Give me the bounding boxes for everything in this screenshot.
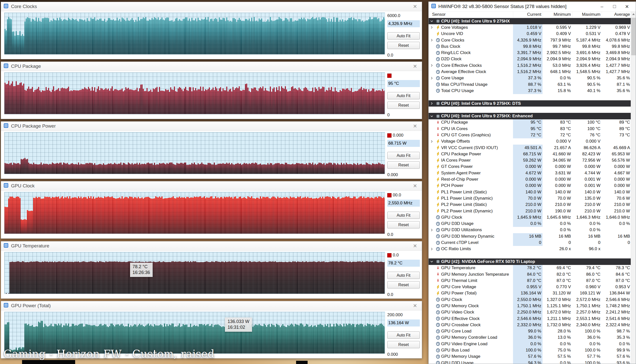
auto-fit-button[interactable]: Auto Fit	[387, 92, 420, 99]
sensor-row[interactable]: Uncore VID0.459 V0.409 V0.531 V0.478 V	[429, 31, 631, 37]
sensor-row[interactable]: VR VCC Current (SVID IOUT)49.501 A21.657…	[429, 145, 631, 151]
sensor-row[interactable]: GT Cores Power0.000 W0.000 W0.000 W0.000…	[429, 164, 631, 170]
reset-button[interactable]: Reset	[387, 341, 420, 348]
close-icon[interactable]: ✕	[411, 183, 419, 189]
sensor-row[interactable]: GPU Clock2,550.0 MHz1,327.0 MHz2,572.0 M…	[429, 296, 631, 303]
sensor-row[interactable]: Core Clocks4,326.9 MHz797.9 MHz5,187.4 M…	[429, 37, 631, 43]
sensor-scrollbar[interactable]	[631, 11, 636, 364]
auto-fit-button[interactable]: Auto Fit	[387, 272, 420, 279]
chevron-down-icon[interactable]	[429, 115, 435, 118]
sensor-row[interactable]: GPU D3D Utilizations0.0 %0.0 %	[429, 227, 631, 233]
sensor-row[interactable]: Core Voltages1.018 V0.595 V1.229 V0.969 …	[429, 24, 631, 31]
sensor-row[interactable]: GPU Video Engine Load0.0 %0.0 %0.0 %0.0 …	[429, 341, 631, 347]
sensor-row[interactable]: GPU Clock1,645.9 MHz1,645.6 MHz1,646.3 M…	[429, 214, 631, 220]
sensor-row[interactable]: GPU Power (Total)136.164 W31.120 W169.12…	[429, 290, 631, 296]
section-header-row[interactable]: CPU [#0]: Intel Core Ultra 9 275HX: Enha…	[429, 113, 631, 119]
minimize-icon[interactable]: –	[596, 4, 608, 10]
graph-window-titlebar[interactable]: Core Clocks ✕	[1, 2, 422, 11]
sensor-row[interactable]: Bus Clock99.8 MHz99.7 MHz99.8 MHz99.8 MH…	[429, 43, 631, 50]
sensor-row[interactable]: Total CPU Usage37.3 %15.8 %40.1 %35.6 %	[429, 88, 631, 94]
sensor-row[interactable]: CPU Package95 °C83 °C100 °C89 °C	[429, 119, 631, 126]
sensor-row[interactable]: GPU Video Clock2,250.0 MHz1,672.0 MHz2,2…	[429, 309, 631, 315]
sensor-row[interactable]: System Agent Power4.672 W3.631 W4.744 W4…	[429, 170, 631, 176]
close-icon[interactable]: ✕	[411, 4, 419, 10]
reset-button[interactable]: Reset	[387, 221, 420, 228]
reset-button[interactable]: Reset	[387, 281, 420, 288]
sensor-row[interactable]: PL1 Power Limit (Dynamic)70.0 W70.0 W135…	[429, 195, 631, 201]
reset-button[interactable]: Reset	[387, 161, 420, 169]
scroll-up-icon[interactable]	[631, 11, 636, 17]
column-header-minimum[interactable]: Minimum	[543, 11, 572, 18]
close-icon[interactable]: ✕	[621, 4, 633, 10]
sensor-row[interactable]: PL1 Power Limit (Static)140.0 W140.0 W14…	[429, 189, 631, 195]
sensor-row[interactable]: PCH Power0.000 W0.000 W0.001 W0.000 W	[429, 183, 631, 189]
sensor-row[interactable]: IA Cores Power59.262 W34.065 W72.956 W56…	[429, 157, 631, 164]
section-header-row[interactable]: CPU [#0]: Intel Core Ultra 9 275HX	[429, 18, 631, 24]
graph-window-titlebar[interactable]: CPU Package Power ✕	[1, 122, 422, 131]
sensor-row[interactable]: Current cTDP Level0000	[429, 239, 631, 246]
sensor-row[interactable]: GPU Thermal Limit87.0 °C87.0 °C87.0 °C87…	[429, 277, 631, 284]
graph-window-titlebar[interactable]: GPU Temperature ✕	[1, 241, 422, 251]
auto-fit-button[interactable]: Auto Fit	[387, 331, 420, 339]
sensor-row[interactable]: CPU IA Cores95 °C83 °C100 °C89 °C	[429, 126, 631, 132]
graph-window-titlebar[interactable]: GPU Power (Total) ✕	[1, 301, 422, 310]
sensor-row[interactable]: GPU Temperature78.2 °C69.4 °C79.4 °C78.3…	[429, 265, 631, 271]
sensor-row[interactable]: Average Effective Clock1,516.2 MHz648.1 …	[429, 69, 631, 75]
close-icon[interactable]: ✕	[411, 123, 419, 129]
chevron-right-icon[interactable]	[429, 39, 435, 42]
section-header-row[interactable]: GPU [#2]: NVIDIA GeForce RTX 5070 Ti Lap…	[429, 258, 631, 265]
graph-window-titlebar[interactable]: GPU Clock ✕	[1, 181, 422, 191]
chevron-right-icon[interactable]	[429, 228, 435, 232]
auto-fit-button[interactable]: Auto Fit	[387, 32, 420, 40]
sensor-row[interactable]: GPU Bus Load100.0 %75.0 %100.0 %99.9 %	[429, 347, 631, 353]
sensor-row[interactable]: GPU Memory Controller Load36.0 %13.0 %36…	[429, 334, 631, 341]
reset-button[interactable]: Reset	[387, 42, 420, 49]
sensor-row[interactable]: Core Usage37.3 %0.0 %90.5 %35.6 %	[429, 75, 631, 81]
sensor-row[interactable]: GPU Core Load99.0 %28.0 %100.0 %98.7 %	[429, 328, 631, 334]
auto-fit-button[interactable]: Auto Fit	[387, 152, 420, 159]
graph-plot[interactable]	[4, 13, 385, 55]
chevron-down-icon[interactable]	[429, 20, 435, 23]
graph-plot[interactable]: 136.033 W 16:31:02	[4, 312, 385, 354]
scrollbar-thumb[interactable]	[631, 18, 636, 55]
chevron-right-icon[interactable]	[429, 77, 435, 80]
sensor-window-titlebar[interactable]: HWiNFO® 32 v8.30-5800 Sensor Status [278…	[429, 2, 636, 12]
sensor-row[interactable]: Rest-of-Chip Power0.000 W0.000 W0.001 W0…	[429, 176, 631, 182]
sensor-row[interactable]: GPU Effective Clock2,546.6 MHz1,211.1 MH…	[429, 315, 631, 322]
graph-plot[interactable]	[4, 72, 385, 114]
sensor-row[interactable]: GPU Core Voltage0.955 V0.770 V0.960 V0.9…	[429, 284, 631, 290]
sensor-row[interactable]: GPU Memory Clock1,750.1 MHz1,125.1 MHz1,…	[429, 303, 631, 309]
close-icon[interactable]: ✕	[411, 243, 419, 249]
graph-window-titlebar[interactable]: CPU Package ✕	[1, 62, 422, 71]
sensor-row[interactable]: GPU D3D Memory Dynamic16 MB16 MB16 MB16 …	[429, 233, 631, 239]
close-icon[interactable]: ✕	[411, 303, 419, 309]
sensor-row[interactable]: OC Ratio Limits26.0 x96.0 x	[429, 246, 631, 252]
column-header-maximum[interactable]: Maximum	[572, 11, 602, 18]
maximize-icon[interactable]: □	[608, 4, 621, 10]
chevron-right-icon[interactable]	[429, 64, 435, 67]
sensor-row[interactable]: D2D Clock2,094.9 MHz2,094.9 MHz2,094.9 M…	[429, 56, 631, 62]
sensor-row[interactable]: Voltage Offsets0.000 V0.000 V	[429, 138, 631, 145]
sensor-row[interactable]: GPU Crossbar Clock2,332.0 MHz1,732.0 MHz…	[429, 322, 631, 328]
sensor-row[interactable]: Ring/LLC Clock3,391.7 MHz2,992.5 MHz3,69…	[429, 50, 631, 56]
auto-fit-button[interactable]: Auto Fit	[387, 212, 420, 219]
sensor-row[interactable]: GPU Memory Usage57.6 %57.5 %57.7 %57.6 %	[429, 353, 631, 360]
section-header-row[interactable]: CPU [#0]: Intel Core Ultra 9 275HX: DTS	[429, 100, 631, 107]
sensor-row[interactable]: GPU Memory Junction Temperature84.0 °C82…	[429, 271, 631, 277]
sensor-row[interactable]: CPU Package Power68.715 W41.660 W82.423 …	[429, 151, 631, 157]
chevron-right-icon[interactable]	[429, 26, 435, 29]
sensor-row[interactable]: Core Effective Clocks1,516.2 MHz53.0 MHz…	[429, 62, 631, 69]
chevron-right-icon[interactable]	[429, 102, 435, 105]
sensor-row[interactable]: CPU GT Cores (Graphics)72 °C72 °C76 °C73…	[429, 132, 631, 138]
graph-plot[interactable]	[4, 192, 385, 234]
chevron-down-icon[interactable]	[429, 260, 435, 263]
close-icon[interactable]: ✕	[411, 63, 419, 69]
graph-plot[interactable]	[4, 132, 385, 174]
chevron-right-icon[interactable]	[429, 140, 435, 143]
sensor-row[interactable]: GPU D3D Usage0.0 %0.0 %0.0 %0.0 %	[429, 221, 631, 227]
sensor-row[interactable]: GPU D3D Usage94.3 %0.0 %100.0 %93.6 %	[429, 360, 631, 364]
column-header-sensor[interactable]: Sensor	[429, 11, 513, 18]
reset-button[interactable]: Reset	[387, 102, 420, 109]
chevron-right-icon[interactable]	[429, 247, 435, 251]
column-header-average[interactable]: Average	[602, 11, 631, 18]
